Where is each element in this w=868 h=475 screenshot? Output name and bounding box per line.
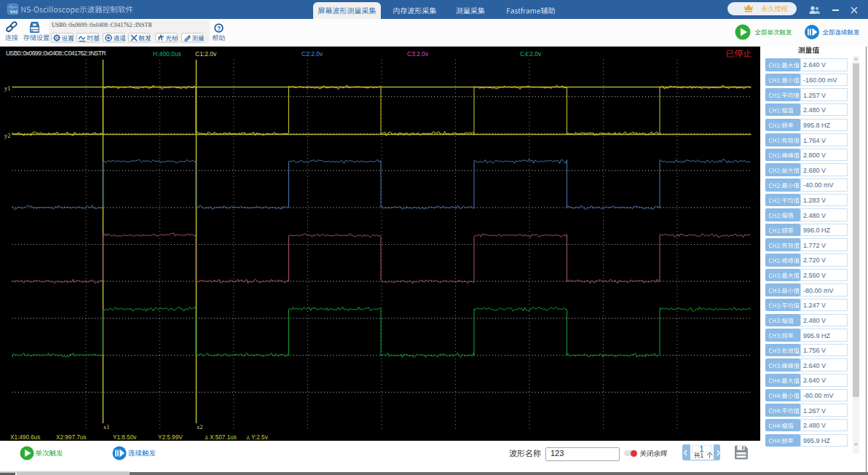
svg-text:x1: x1	[103, 423, 110, 431]
svg-text:X2:997.7us: X2:997.7us	[56, 434, 86, 441]
svg-text:Y1:8.50v: Y1:8.50v	[113, 434, 137, 441]
svg-text:x2: x2	[197, 423, 203, 431]
svg-text:Δ: Δ	[205, 435, 209, 440]
svg-text:y2: y2	[4, 132, 11, 139]
svg-text:X1:490.6us: X1:490.6us	[10, 434, 40, 441]
svg-text:Δ: Δ	[247, 435, 250, 440]
svg-text:y1: y1	[4, 85, 11, 92]
svg-text:Y:2.5v: Y:2.5v	[251, 434, 269, 441]
svg-text:Y2:5.99V: Y2:5.99V	[158, 434, 183, 441]
svg-text:X:507.1us: X:507.1us	[210, 434, 237, 441]
svg-text:?: ?	[217, 25, 221, 32]
